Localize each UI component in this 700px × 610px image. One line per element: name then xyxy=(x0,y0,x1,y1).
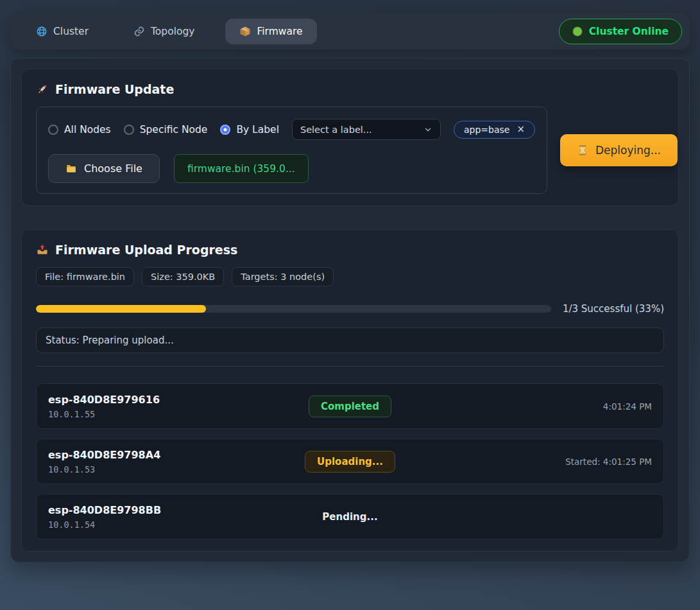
choose-file-label: Choose File xyxy=(84,162,142,175)
upload-progress-card: Firmware Upload Progress File: firmware.… xyxy=(21,229,679,552)
link-icon xyxy=(133,26,145,37)
folder-icon xyxy=(65,163,77,175)
cluster-status-label: Cluster Online xyxy=(589,26,669,37)
target-mode-row: All Nodes Specific Node By Label Select … xyxy=(48,119,535,140)
nav-item-firmware[interactable]: Firmware xyxy=(225,19,316,44)
deploy-button[interactable]: Deploying... xyxy=(560,134,678,166)
nav-item-label: Firmware xyxy=(257,26,302,37)
node-identity: esp-840D8E979616 10.0.1.55 xyxy=(48,394,250,419)
upload-meta-row: File: firmware.bin Size: 359.0KB Targets… xyxy=(36,267,664,286)
progress-bar xyxy=(36,305,551,313)
radio-label: Specific Node xyxy=(140,124,208,135)
size-meta-badge: Size: 359.0KB xyxy=(142,267,224,286)
radio-label: All Nodes xyxy=(64,124,111,135)
node-timestamp: Started: 4:01:25 PM xyxy=(450,457,652,467)
node-identity: esp-840D8E9798BB 10.0.1.54 xyxy=(48,504,250,530)
choose-file-button[interactable]: Choose File xyxy=(48,154,160,183)
node-timestamp: 4:01:24 PM xyxy=(450,401,652,412)
radio-circle xyxy=(220,125,230,135)
node-ip: 10.0.1.55 xyxy=(48,409,250,419)
firmware-update-title: Firmware Update xyxy=(36,82,664,96)
main-container: Firmware Update All Nodes Specific Node xyxy=(10,58,690,562)
upload-progress-title: Firmware Upload Progress xyxy=(36,243,664,257)
node-ip: 10.0.1.54 xyxy=(48,519,250,530)
chevron-down-icon xyxy=(423,125,432,134)
status-badge: Pending... xyxy=(322,511,377,523)
target-fieldset: All Nodes Specific Node By Label Select … xyxy=(36,107,547,194)
nav-item-label: Cluster xyxy=(53,26,89,37)
targets-meta-badge: Targets: 3 node(s) xyxy=(232,267,334,286)
progress-bar-fill xyxy=(36,305,206,313)
label-select-placeholder: Select a label... xyxy=(300,125,372,135)
deploy-button-label: Deploying... xyxy=(595,144,661,157)
firmware-update-card: Firmware Update All Nodes Specific Node xyxy=(21,69,679,206)
progress-label: 1/3 Successful (33%) xyxy=(563,303,664,315)
rocket-icon xyxy=(36,83,49,96)
node-row: esp-840D8E979616 10.0.1.55 Completed 4:0… xyxy=(36,383,664,429)
node-status: Pending... xyxy=(250,510,451,523)
radio-circle xyxy=(48,125,58,135)
label-chip-text: app=base xyxy=(464,125,509,135)
node-ip: 10.0.1.53 xyxy=(48,464,250,475)
node-status: Uploading... xyxy=(250,451,451,473)
node-name: esp-840D8E9798BB xyxy=(48,504,250,516)
status-badge: Uploading... xyxy=(305,451,395,473)
label-select[interactable]: Select a label... xyxy=(292,119,441,140)
upload-progress-title-text: Firmware Upload Progress xyxy=(55,243,237,257)
node-identity: esp-840D8E9798A4 10.0.1.53 xyxy=(48,449,250,475)
node-list: esp-840D8E979616 10.0.1.55 Completed 4:0… xyxy=(36,383,664,539)
divider xyxy=(36,366,664,367)
label-chip[interactable]: app=base × xyxy=(454,121,535,139)
radio-by-label[interactable]: By Label xyxy=(220,124,279,135)
progress-row: 1/3 Successful (33%) xyxy=(36,303,664,315)
chip-remove-icon[interactable]: × xyxy=(516,125,525,134)
package-icon xyxy=(239,26,251,37)
outbox-icon xyxy=(36,243,49,256)
node-row: esp-840D8E9798BB 10.0.1.54 Pending... xyxy=(36,494,664,539)
status-badge: Completed xyxy=(309,396,391,417)
firmware-update-title-text: Firmware Update xyxy=(55,82,174,96)
node-name: esp-840D8E9798A4 xyxy=(48,449,250,461)
node-status: Completed xyxy=(250,396,451,417)
nav-item-cluster[interactable]: Cluster xyxy=(22,19,103,44)
green-circle-icon xyxy=(572,26,583,37)
nav-item-label: Topology xyxy=(151,26,194,37)
nav-items: Cluster Topology xyxy=(22,19,317,44)
selected-file-badge: firmware.bin (359.0... xyxy=(174,154,309,183)
radio-circle xyxy=(124,125,134,135)
node-row: esp-840D8E9798A4 10.0.1.53 Uploading... … xyxy=(36,439,664,484)
radio-all-nodes[interactable]: All Nodes xyxy=(48,124,111,135)
file-row: Choose File firmware.bin (359.0... xyxy=(48,154,535,183)
page: Cluster Topology xyxy=(0,0,700,610)
radio-specific-node[interactable]: Specific Node xyxy=(124,124,208,135)
hourglass-icon xyxy=(577,144,588,156)
globe-icon xyxy=(36,26,47,37)
file-meta-badge: File: firmware.bin xyxy=(36,267,134,286)
top-nav: Cluster Topology xyxy=(10,13,690,49)
cluster-status-badge[interactable]: Cluster Online xyxy=(559,19,682,44)
radio-label: By Label xyxy=(236,124,279,135)
nav-item-topology[interactable]: Topology xyxy=(119,19,209,44)
status-box: Status: Preparing upload... xyxy=(36,327,664,353)
update-form-row: All Nodes Specific Node By Label Select … xyxy=(36,107,664,194)
node-name: esp-840D8E979616 xyxy=(48,394,250,406)
